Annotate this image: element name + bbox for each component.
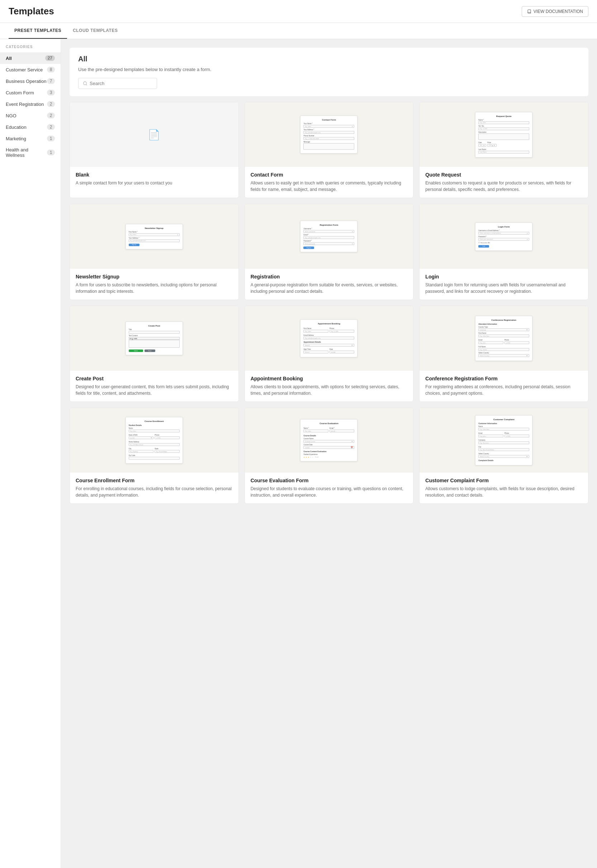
content-title: All (78, 55, 580, 63)
search-icon (83, 81, 88, 86)
template-info-registration: Registration A general-purpose registrat… (245, 269, 413, 299)
tab-cloud-templates[interactable]: CLOUD TEMPLATES (67, 23, 123, 39)
sidebar-item-event-registration-count: 2 (47, 101, 55, 107)
tabs-bar: PRESET TEMPLATES CLOUD TEMPLATES (0, 23, 597, 39)
template-info-complaint: Customer Complaint Form Allows customers… (420, 473, 588, 503)
template-preview-quote: Request Quote Name * E.g. John Tel / No.… (420, 102, 588, 167)
sidebar-item-ngo-label: NGO (6, 113, 47, 118)
template-info-conference: Conference Registration Form For registe… (420, 371, 588, 402)
template-card-appointment[interactable]: Appointment Booking First Name E.g. John… (245, 306, 414, 402)
template-info-newsletter: Newsletter Signup A form for users to su… (70, 269, 238, 299)
sidebar-item-education[interactable]: Education 2 (0, 121, 61, 133)
sidebar-item-education-label: Education (6, 125, 47, 130)
template-name-courseval: Course Evaluation Form (251, 478, 408, 483)
template-desc-newsletter: A form for users to subscribe to newslet… (76, 282, 233, 295)
template-card-quote[interactable]: Request Quote Name * E.g. John Tel / No.… (419, 102, 588, 198)
template-desc-contact: Allows users to easily get in touch with… (251, 180, 408, 193)
template-desc-login: Standard login form for returning users … (425, 282, 582, 295)
template-desc-courseenroll: For enrolling in educational courses, in… (76, 485, 233, 499)
page-title: Templates (9, 6, 54, 17)
template-name-appointment: Appointment Booking (251, 376, 408, 381)
template-name-quote: Quote Request (425, 172, 582, 178)
template-info-courseenroll: Course Enrollment Form For enrolling in … (70, 473, 238, 503)
sidebar-item-marketing[interactable]: Marketing 1 (0, 133, 61, 144)
template-info-courseval: Course Evaluation Form Designed for stud… (245, 473, 413, 503)
template-card-contact[interactable]: Contact Form Your Name * E.g. John≡ Your… (245, 102, 414, 198)
page-header: Templates VIEW DOCUMENTATION (0, 0, 597, 23)
template-preview-blank: 📄 (70, 102, 238, 167)
tab-preset-templates[interactable]: PRESET TEMPLATES (9, 23, 67, 39)
template-card-registration[interactable]: Registration Form Username * Enter usern… (245, 204, 414, 300)
template-card-blank[interactable]: 📄 Blank A simple contact form for your u… (70, 102, 239, 198)
template-card-login[interactable]: Login Form Username or Email Address * E… (419, 204, 588, 300)
template-preview-login: Login Form Username or Email Address * E… (420, 204, 588, 269)
template-desc-complaint: Allows customers to lodge complaints, wi… (425, 485, 582, 499)
sidebar-item-ngo[interactable]: NGO 2 (0, 110, 61, 121)
content-header: All Use the pre-designed templates below… (70, 48, 588, 96)
template-card-conference[interactable]: Conference Registration Attendant Inform… (419, 306, 588, 402)
sidebar-item-business-operation[interactable]: Business Operation 7 (0, 75, 61, 87)
templates-grid: 📄 Blank A simple contact form for your u… (70, 102, 588, 504)
svg-point-0 (83, 82, 87, 85)
sidebar-item-custom-form-count: 3 (47, 90, 55, 95)
search-box[interactable] (78, 78, 157, 89)
sidebar-item-all-count: 27 (45, 55, 55, 61)
sidebar-item-health-wellness-count: 1 (47, 150, 55, 155)
template-preview-conference: Conference Registration Attendant Inform… (420, 306, 588, 371)
template-name-complaint: Customer Complaint Form (425, 478, 582, 483)
template-name-createpost: Create Post (76, 376, 233, 381)
template-desc-conference: For registering attendees at conferences… (425, 384, 582, 396)
template-info-contact: Contact Form Allows users to easily get … (245, 167, 413, 198)
svg-line-1 (86, 84, 87, 85)
sidebar-item-event-registration[interactable]: Event Registration 2 (0, 98, 61, 110)
content-area: All Use the pre-designed templates below… (61, 39, 597, 868)
sidebar-item-marketing-count: 1 (47, 135, 55, 141)
template-desc-registration: A general-purpose registration form suit… (251, 282, 408, 295)
template-name-contact: Contact Form (251, 172, 408, 178)
template-name-courseenroll: Course Enrollment Form (76, 478, 233, 483)
template-name-newsletter: Newsletter Signup (76, 274, 233, 280)
sidebar-item-customer-service-label: Customer Service (6, 67, 47, 73)
template-name-blank: Blank (76, 172, 233, 178)
file-icon: 📄 (148, 129, 160, 141)
template-card-createpost[interactable]: Create Post Title Text Content B I U ≡ ⊞… (70, 306, 239, 402)
template-card-complaint[interactable]: Customer Complaint Customer Information … (419, 408, 588, 504)
template-desc-courseval: Designed for students to evaluate course… (251, 485, 408, 499)
template-card-courseval[interactable]: Course Evaluation Name * E.g. John Email… (245, 408, 414, 504)
sidebar-item-all-label: All (6, 56, 45, 61)
book-icon (527, 9, 532, 13)
sidebar-item-business-operation-label: Business Operation (6, 79, 47, 84)
sidebar-item-customer-service-count: 8 (47, 67, 55, 73)
template-info-createpost: Create Post Designed for user-generated … (70, 371, 238, 402)
template-info-quote: Quote Request Enables customers to reque… (420, 167, 588, 198)
template-info-blank: Blank A simple contact form for your use… (70, 167, 238, 191)
sidebar-item-custom-form[interactable]: Custom Form 3 (0, 87, 61, 98)
sidebar-item-all[interactable]: All 27 (0, 52, 61, 64)
template-name-login: Login (425, 274, 582, 280)
template-desc-blank: A simple contact form for your users to … (76, 180, 233, 186)
template-preview-complaint: Customer Complaint Customer Information … (420, 408, 588, 473)
template-preview-contact: Contact Form Your Name * E.g. John≡ Your… (245, 102, 413, 167)
template-info-appointment: Appointment Booking Allows clients to bo… (245, 371, 413, 402)
main-layout: CATEGORIES All 27 Customer Service 8 Bus… (0, 39, 597, 868)
template-preview-appointment: Appointment Booking First Name E.g. John… (245, 306, 413, 371)
sidebar-item-ngo-count: 2 (47, 113, 55, 118)
template-card-newsletter[interactable]: Newsletter Signup First Name * E.g. John… (70, 204, 239, 300)
sidebar-item-customer-service[interactable]: Customer Service 8 (0, 64, 61, 75)
sidebar-item-custom-form-label: Custom Form (6, 90, 47, 95)
template-preview-courseval: Course Evaluation Name * E.g. John Email… (245, 408, 413, 473)
template-name-registration: Registration (251, 274, 408, 280)
view-documentation-button[interactable]: VIEW DOCUMENTATION (522, 6, 588, 17)
template-name-conference: Conference Registration Form (425, 376, 582, 381)
template-info-login: Login Standard login form for returning … (420, 269, 588, 299)
content-description: Use the pre-designed templates below to … (78, 67, 580, 72)
template-desc-quote: Enables customers to request a quote for… (425, 180, 582, 193)
sidebar-section-title: CATEGORIES (0, 45, 61, 52)
template-card-courseenroll[interactable]: Course Enrollment Student Details Name E… (70, 408, 239, 504)
template-desc-appointment: Allows clients to book appointments, wit… (251, 384, 408, 396)
sidebar-item-event-registration-label: Event Registration (6, 101, 47, 107)
sidebar-item-education-count: 2 (47, 124, 55, 130)
view-docs-label: VIEW DOCUMENTATION (533, 9, 583, 14)
search-input[interactable] (90, 81, 152, 86)
sidebar-item-health-wellness[interactable]: Health and Wellness 1 (0, 144, 61, 161)
